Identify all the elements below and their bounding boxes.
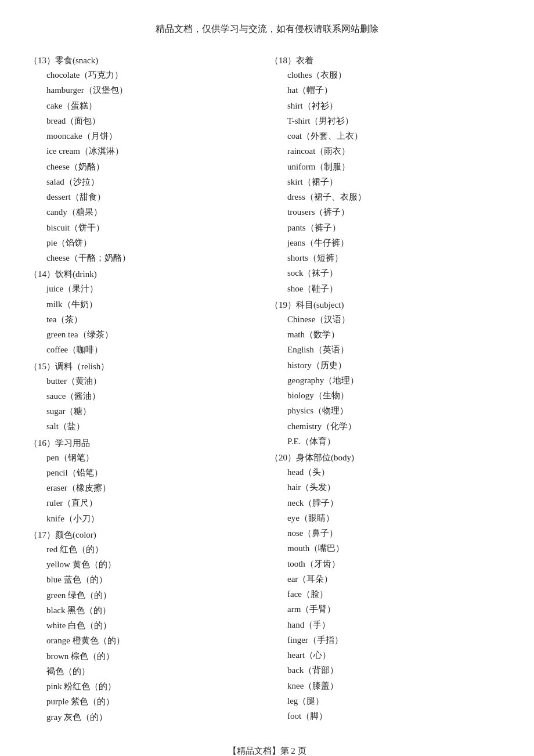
- section-title: （15）调料（relish）: [29, 361, 264, 372]
- list-item: red 红色（的）: [29, 542, 264, 557]
- list-item: jeans（牛仔裤）: [270, 235, 505, 250]
- list-item: shorts（短裤）: [270, 250, 505, 265]
- list-item: P.E.（体育）: [270, 434, 505, 449]
- list-item: coat（外套、上衣）: [270, 128, 505, 143]
- list-item: pen（钢笔）: [29, 450, 264, 465]
- list-item: geography（地理）: [270, 373, 505, 388]
- list-item: clothes（衣服）: [270, 67, 505, 82]
- list-item: chemistry（化学）: [270, 419, 505, 434]
- list-item: dress（裙子、衣服）: [270, 189, 505, 204]
- list-item: T-shirt（男衬衫）: [270, 113, 505, 128]
- list-item: sauce（酱油）: [29, 388, 264, 404]
- section-title: （14）饮料(drink): [29, 269, 264, 280]
- list-item: salt（盐）: [29, 419, 264, 434]
- section-title: （20）身体部位(body): [270, 452, 505, 463]
- list-item: bread（面包）: [29, 113, 264, 128]
- list-item: hair（头发）: [270, 480, 505, 495]
- list-item: tea（茶）: [29, 312, 264, 327]
- list-item: nose（鼻子）: [270, 525, 505, 541]
- list-item: finger（手指）: [270, 632, 505, 647]
- list-item: foot（脚）: [270, 708, 505, 723]
- list-item: coffee（咖啡）: [29, 342, 264, 357]
- list-item: milk（牛奶）: [29, 297, 264, 312]
- list-item: heart（心）: [270, 647, 505, 663]
- list-item: biscuit（饼干）: [29, 220, 264, 235]
- section-title: （19）科目(subject): [270, 300, 505, 311]
- list-item: orange 橙黄色（的）: [29, 633, 264, 648]
- list-item: pants（裤子）: [270, 220, 505, 235]
- list-item: blue 蓝色（的）: [29, 572, 264, 587]
- list-item: cake（蛋糕）: [29, 98, 264, 113]
- list-item: dessert（甜食）: [29, 189, 264, 204]
- list-item: head（头）: [270, 465, 505, 480]
- left-column: （13）零食(snack)chocolate（巧克力）hamburger（汉堡包…: [29, 52, 270, 725]
- list-item: candy（糖果）: [29, 204, 264, 219]
- list-item: skirt（裙子）: [270, 174, 505, 189]
- list-item: physics（物理）: [270, 403, 505, 418]
- section-title: （16）学习用品: [29, 438, 264, 449]
- list-item: 褐色（的）: [29, 664, 264, 679]
- list-item: hat（帽子）: [270, 82, 505, 98]
- footer: 【精品文档】第 2 页: [29, 746, 505, 756]
- header: 精品文档，仅供学习与交流，如有侵权请联系网站删除: [29, 23, 505, 35]
- list-item: pencil（铅笔）: [29, 465, 264, 480]
- list-item: brown 棕色（的）: [29, 649, 264, 664]
- list-item: tooth（牙齿）: [270, 556, 505, 571]
- list-item: ice cream（冰淇淋）: [29, 143, 264, 159]
- list-item: ear（耳朵）: [270, 571, 505, 586]
- list-item: shoe（鞋子）: [270, 281, 505, 296]
- list-item: white 白色（的）: [29, 618, 264, 633]
- main-content: （13）零食(snack)chocolate（巧克力）hamburger（汉堡包…: [29, 52, 505, 725]
- list-item: hamburger（汉堡包）: [29, 82, 264, 98]
- list-item: black 黑色（的）: [29, 603, 264, 618]
- list-item: pie（馅饼）: [29, 235, 264, 250]
- list-item: gray 灰色（的）: [29, 710, 264, 725]
- section-title: （18）衣着: [270, 55, 505, 66]
- right-column: （18）衣着clothes（衣服）hat（帽子）shirt（衬衫）T-shirt…: [270, 52, 505, 725]
- section-title: （13）零食(snack): [29, 55, 264, 66]
- list-item: leg（腿）: [270, 693, 505, 708]
- list-item: mooncake（月饼）: [29, 128, 264, 143]
- list-item: biology（生物）: [270, 388, 505, 403]
- list-item: juice（果汁）: [29, 281, 264, 296]
- list-item: cheese（干酪；奶酪）: [29, 250, 264, 265]
- list-item: sock（袜子）: [270, 265, 505, 280]
- list-item: sugar（糖）: [29, 404, 264, 419]
- list-item: yellow 黄色（的）: [29, 557, 264, 572]
- list-item: back（背部）: [270, 663, 505, 678]
- list-item: neck（脖子）: [270, 495, 505, 510]
- list-item: shirt（衬衫）: [270, 98, 505, 113]
- list-item: math（数学）: [270, 327, 505, 342]
- list-item: cheese（奶酪）: [29, 159, 264, 174]
- list-item: green 绿色（的）: [29, 588, 264, 603]
- list-item: mouth（嘴巴）: [270, 541, 505, 556]
- list-item: purple 紫色（的）: [29, 694, 264, 709]
- section-title: （17）颜色(color): [29, 530, 264, 541]
- list-item: knee（膝盖）: [270, 678, 505, 693]
- list-item: knife（小刀）: [29, 511, 264, 526]
- list-item: chocolate（巧克力）: [29, 67, 264, 82]
- list-item: eye（眼睛）: [270, 510, 505, 525]
- list-item: Chinese（汉语）: [270, 312, 505, 327]
- list-item: hand（手）: [270, 617, 505, 632]
- list-item: pink 粉红色（的）: [29, 679, 264, 694]
- list-item: salad（沙拉）: [29, 174, 264, 189]
- list-item: arm（手臂）: [270, 602, 505, 617]
- list-item: history（历史）: [270, 358, 505, 373]
- list-item: trousers（裤子）: [270, 204, 505, 219]
- list-item: green tea（绿茶）: [29, 327, 264, 342]
- list-item: uniform（制服）: [270, 159, 505, 174]
- list-item: face（脸）: [270, 586, 505, 602]
- list-item: raincoat（雨衣）: [270, 143, 505, 159]
- list-item: English（英语）: [270, 342, 505, 357]
- list-item: butter（黄油）: [29, 373, 264, 388]
- list-item: ruler（直尺）: [29, 495, 264, 510]
- list-item: eraser（橡皮擦）: [29, 480, 264, 495]
